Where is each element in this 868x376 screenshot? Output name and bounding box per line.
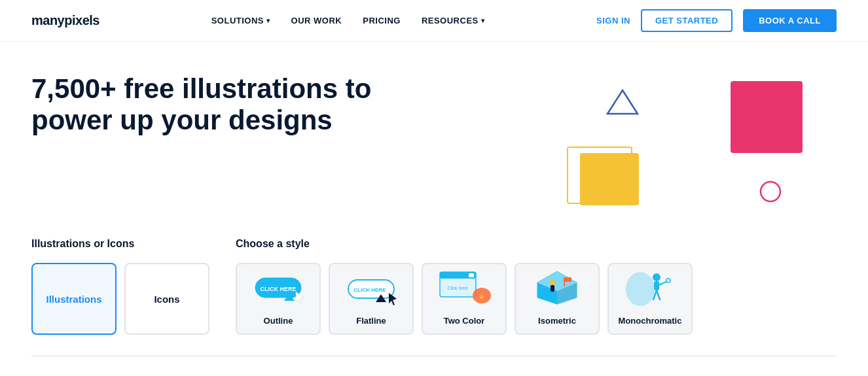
signin-button[interactable]: SIGN IN (596, 16, 630, 26)
monochromatic-preview (609, 264, 691, 311)
svg-text:Click here: Click here (447, 286, 467, 290)
type-icons[interactable]: Icons (124, 263, 209, 335)
svg-text:✋: ✋ (479, 294, 485, 299)
nav-resources[interactable]: RESOURCES ▾ (422, 16, 484, 26)
book-call-button[interactable]: BOOK A CALL (743, 9, 837, 32)
two-color-preview: Click here ✋ (423, 264, 505, 311)
chevron-down-icon: ▾ (266, 17, 270, 24)
svg-point-30 (626, 272, 655, 306)
pink-square-shape (731, 81, 803, 153)
style-monochromatic-label: Monochromatic (619, 316, 682, 326)
chevron-down-icon: ▾ (481, 17, 485, 24)
logo: manypixels (31, 13, 99, 28)
nav-solutions[interactable]: SOLUTIONS ▾ (211, 16, 270, 26)
style-selector: CLICK HERE Outline CLICK HERE (236, 263, 693, 335)
style-selector-section: Illustrations or Icons Illustrations Ico… (0, 238, 868, 356)
svg-rect-25 (654, 281, 659, 290)
style-flatline[interactable]: CLICK HERE Flatline (329, 263, 414, 335)
outline-illustration: CLICK HERE (249, 268, 308, 307)
header: manypixels SOLUTIONS ▾ OUR WORK PRICING … (0, 0, 868, 42)
flatline-illustration: CLICK HERE (342, 268, 401, 307)
style-two-color[interactable]: Click here ✋ Two Color (422, 263, 507, 335)
svg-point-24 (653, 273, 660, 281)
style-label: Choose a style (236, 238, 693, 250)
header-actions: SIGN IN GET STARTED BOOK A CALL (596, 9, 837, 32)
svg-text:CLICK HERE: CLICK HERE (260, 286, 296, 292)
decorative-shapes (528, 81, 803, 238)
style-two-color-label: Two Color (444, 316, 485, 326)
style-monochromatic[interactable]: Monochromatic (607, 263, 693, 335)
svg-point-20 (550, 280, 555, 285)
hero-title: 7,500+ free illustrations to power up yo… (31, 73, 424, 137)
type-illustrations[interactable]: Illustrations (31, 263, 117, 335)
divider (31, 356, 837, 356)
hero-section: 7,500+ free illustrations to power up yo… (0, 42, 868, 238)
svg-marker-5 (296, 292, 304, 304)
svg-text:CLICK HERE: CLICK HERE (354, 287, 387, 293)
main-nav: SOLUTIONS ▾ OUR WORK PRICING RESOURCES ▾ (211, 16, 485, 26)
style-outline-label: Outline (264, 316, 293, 326)
svg-rect-22 (564, 277, 565, 286)
section-row: Illustrations or Icons Illustrations Ico… (31, 238, 837, 335)
yellow-square-outline-shape (567, 146, 632, 204)
monochromatic-illustration (621, 268, 679, 307)
isometric-preview (516, 264, 598, 311)
type-selector-group: Illustrations or Icons Illustrations Ico… (31, 238, 209, 335)
circle-shape (758, 179, 783, 204)
isometric-illustration (528, 268, 587, 307)
nav-pricing[interactable]: PRICING (363, 16, 401, 26)
svg-rect-23 (565, 277, 571, 282)
svg-rect-21 (551, 285, 554, 292)
style-isometric[interactable]: Isometric (515, 263, 600, 335)
style-isometric-label: Isometric (538, 316, 576, 326)
type-label: Illustrations or Icons (31, 238, 209, 250)
svg-line-27 (657, 290, 660, 299)
svg-rect-12 (469, 273, 474, 277)
type-selector: Illustrations Icons (31, 263, 209, 335)
flatline-preview: CLICK HERE (330, 264, 412, 311)
get-started-button[interactable]: GET STARTED (641, 9, 732, 32)
two-color-illustration: Click here ✋ (435, 268, 494, 307)
svg-point-1 (761, 182, 780, 201)
style-outline[interactable]: CLICK HERE Outline (236, 263, 321, 335)
triangle-shape (606, 88, 639, 116)
style-selector-group: Choose a style CLICK HERE O (236, 238, 693, 335)
hero-text: 7,500+ free illustrations to power up yo… (31, 73, 424, 137)
svg-point-29 (666, 279, 670, 282)
svg-marker-0 (607, 90, 638, 114)
nav-our-work[interactable]: OUR WORK (291, 16, 342, 26)
style-flatline-label: Flatline (356, 316, 386, 326)
outline-preview: CLICK HERE (237, 264, 319, 311)
